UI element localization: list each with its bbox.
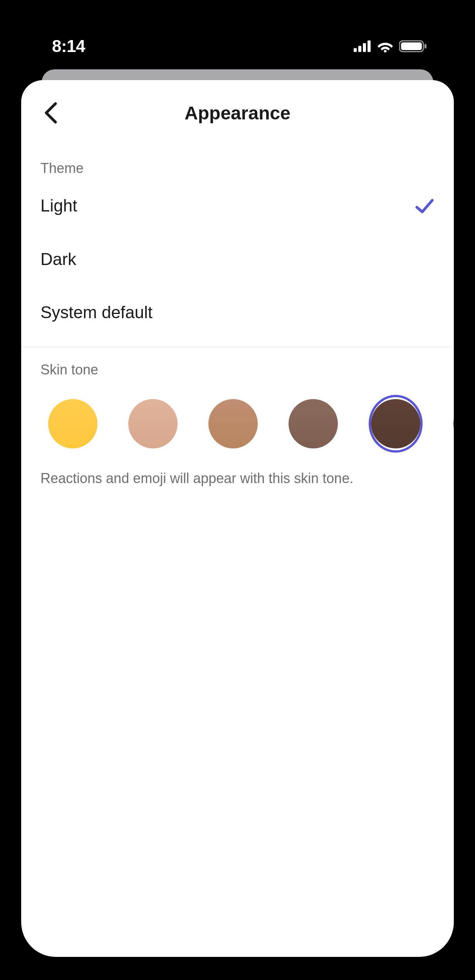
svg-rect-1	[358, 46, 361, 52]
skin-tone-color	[371, 399, 420, 448]
theme-section: Theme LightDarkSystem default	[21, 146, 454, 339]
status-bar: 8:14	[21, 23, 454, 69]
svg-rect-0	[354, 48, 357, 52]
status-time: 8:14	[52, 37, 85, 56]
svg-point-4	[384, 50, 387, 53]
skin-tone-swatch[interactable]	[453, 395, 454, 453]
skin-tone-description: Reactions and emoji will appear with thi…	[40, 453, 435, 487]
skin-tone-section: Skin tone Reactions and emoji will appea…	[21, 347, 454, 487]
skin-tone-swatch[interactable]	[48, 395, 97, 453]
status-indicators	[354, 40, 427, 52]
skin-tone-swatch[interactable]	[208, 395, 258, 453]
chevron-left-icon	[44, 102, 57, 124]
theme-list: LightDarkSystem default	[40, 179, 435, 339]
svg-rect-3	[368, 40, 371, 52]
skin-tone-color	[48, 399, 97, 448]
skin-tone-section-header: Skin tone	[40, 347, 435, 380]
theme-option-label: System default	[40, 303, 153, 322]
skin-tone-swatch[interactable]	[289, 395, 338, 453]
theme-option-label: Light	[40, 196, 77, 215]
theme-option-label: Dark	[40, 250, 76, 269]
skin-tone-color	[128, 399, 178, 448]
theme-section-header: Theme	[40, 146, 435, 179]
skin-tone-color	[208, 399, 258, 448]
cellular-signal-icon	[354, 40, 371, 52]
svg-rect-7	[425, 44, 426, 49]
theme-option[interactable]: System default	[40, 286, 435, 339]
skin-tone-row	[40, 380, 435, 453]
wifi-icon	[377, 40, 394, 52]
svg-rect-2	[363, 43, 366, 52]
theme-option[interactable]: Dark	[40, 233, 435, 286]
page-title: Appearance	[185, 102, 290, 124]
svg-rect-6	[401, 42, 422, 50]
skin-tone-swatch[interactable]	[369, 395, 423, 453]
skin-tone-color	[289, 399, 338, 448]
battery-icon	[399, 40, 427, 52]
back-button[interactable]	[39, 101, 62, 124]
theme-option[interactable]: Light	[40, 179, 435, 233]
skin-tone-swatch[interactable]	[128, 395, 178, 453]
check-icon	[415, 196, 435, 216]
settings-sheet: Appearance Theme LightDarkSystem default…	[21, 80, 454, 957]
header: Appearance	[21, 80, 454, 146]
skin-tone-color	[453, 399, 454, 448]
